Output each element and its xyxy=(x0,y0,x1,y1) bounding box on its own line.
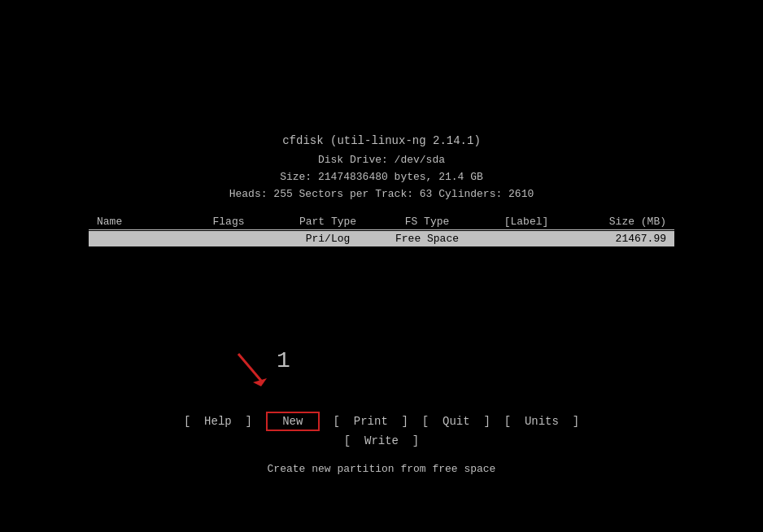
arrow-annotation xyxy=(230,350,271,395)
row-fstype: Free Space xyxy=(386,233,468,245)
row-label xyxy=(477,233,575,245)
menu-print-label[interactable]: Print xyxy=(354,415,388,428)
disk-size-value: 21474836480 bytes, 21.4 GB xyxy=(318,171,483,183)
sectors-label: Sectors per Track: xyxy=(299,188,413,200)
disk-size-line: Size: 21474836480 bytes, 21.4 GB xyxy=(229,169,534,186)
menu-units-close: ] xyxy=(559,415,579,428)
title-area: cfdisk (util-linux-ng 2.14.1) Disk Drive… xyxy=(229,134,534,203)
menu-new-space xyxy=(320,415,334,428)
table-header: Name Flags Part Type FS Type [Label] Siz… xyxy=(89,216,674,228)
col-header-flags: Flags xyxy=(188,216,269,228)
disk-drive-path: /dev/sda xyxy=(395,154,445,166)
col-header-parttype: Part Type xyxy=(279,216,377,228)
disk-drive-label: Disk Drive: xyxy=(318,154,388,166)
col-header-label: [Label] xyxy=(477,216,575,228)
disk-drive-line: Disk Drive: /dev/sda xyxy=(229,152,534,169)
menu-help-close: ] xyxy=(232,415,266,428)
heads-value: 255 xyxy=(273,188,292,200)
row-size: 21467.99 xyxy=(585,233,666,245)
menu-area: [ Help ] New [ Print ] [ Quit ] [ Units … xyxy=(0,412,763,451)
col-header-size: Size (MB) xyxy=(585,216,666,228)
menu-row-1: [ Help ] New [ Print ] [ Quit ] [ Units … xyxy=(184,412,579,431)
status-bar: Create new partition from free space xyxy=(0,463,763,475)
table-row: Pri/Log Free Space 21467.99 xyxy=(89,231,674,246)
row-flags xyxy=(188,233,269,245)
status-text: Create new partition from free space xyxy=(268,463,496,475)
heads-label: Heads: xyxy=(229,188,268,200)
sectors-value: 63 xyxy=(420,188,433,200)
table-divider xyxy=(89,229,674,230)
row-parttype: Pri/Log xyxy=(279,233,377,245)
menu-help-label[interactable]: Help xyxy=(204,415,232,428)
disk-geometry-line: Heads: 255 Sectors per Track: 63 Cylinde… xyxy=(229,186,534,203)
menu-write-open: [ xyxy=(344,434,364,447)
menu-new-item[interactable]: New xyxy=(266,412,320,431)
col-header-name: Name xyxy=(97,216,178,228)
menu-print-close: ] xyxy=(388,415,422,428)
col-header-fstype: FS Type xyxy=(386,216,468,228)
row-name xyxy=(97,233,178,245)
menu-quit-open: [ xyxy=(422,415,443,428)
menu-units-label[interactable]: Units xyxy=(525,415,559,428)
app-title: cfdisk (util-linux-ng 2.14.1) xyxy=(229,134,534,147)
menu-write-close: ] xyxy=(399,434,419,447)
menu-quit-close: ] xyxy=(470,415,504,428)
cylinders-value: 2610 xyxy=(508,188,534,200)
menu-units-open: [ xyxy=(504,415,525,428)
partition-row-inner: Pri/Log Free Space 21467.99 xyxy=(89,233,674,245)
cylinders-label: Cylinders: xyxy=(438,188,502,200)
disk-size-label: Size: xyxy=(280,171,312,183)
menu-quit-label[interactable]: Quit xyxy=(443,415,470,428)
svg-line-0 xyxy=(238,354,261,381)
menu-print-open: [ xyxy=(334,415,354,428)
menu-help-open: [ xyxy=(184,415,204,428)
menu-write-label[interactable]: Write xyxy=(364,434,399,447)
terminal-screen: cfdisk (util-linux-ng 2.14.1) Disk Drive… xyxy=(0,0,763,532)
menu-row-2: [ Write ] xyxy=(344,434,419,447)
annotation-number: 1 xyxy=(277,348,290,373)
arrow-icon xyxy=(230,350,271,390)
disk-info: Disk Drive: /dev/sda Size: 21474836480 b… xyxy=(229,152,534,203)
